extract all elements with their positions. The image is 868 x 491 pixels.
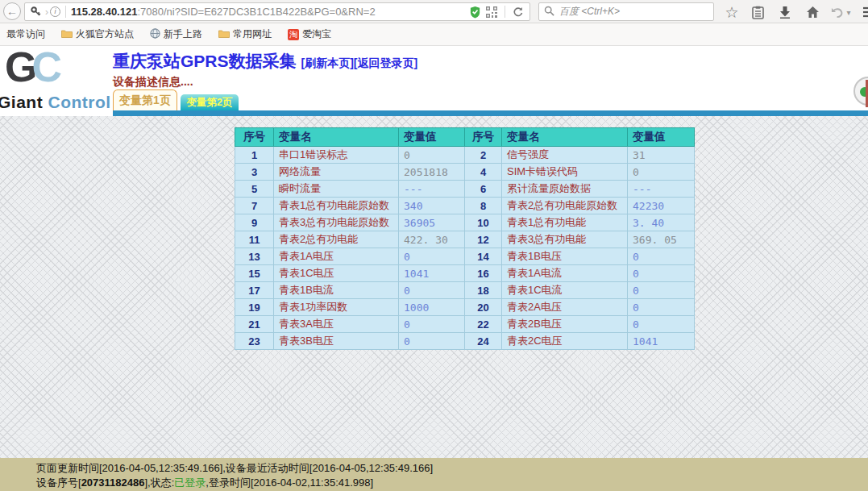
- shield-check-icon[interactable]: [469, 6, 481, 19]
- menu-icon[interactable]: [859, 3, 868, 21]
- cell-variable-value: 2051818: [399, 164, 465, 181]
- device-description: 设备描述信息....: [113, 75, 193, 89]
- cell-variable-name: 青表3总有功电能: [502, 231, 628, 248]
- cell-variable-value: 369. 05: [628, 231, 695, 248]
- cell-seq: 4: [465, 164, 502, 181]
- cell-seq: 5: [235, 181, 274, 198]
- search-placeholder: 百度 <Ctrl+K>: [559, 5, 620, 19]
- cell-variable-value: 0: [399, 333, 465, 350]
- cell-variable-value: 1041: [628, 333, 695, 350]
- cell-variable-value: 0: [628, 248, 695, 265]
- cell-seq: 3: [235, 164, 274, 181]
- cell-variable-name: 青表2A电压: [502, 299, 628, 316]
- cell-variable-name: 青表2总有功电能: [274, 231, 399, 248]
- bookmarks-bar: 最常访问 火狐官方站点 新手上路 常用网址 淘 爱淘宝: [0, 23, 868, 46]
- table-row: 21青表3A电压022青表2B电压0: [235, 316, 695, 333]
- cell-variable-name: 青表1功率因数: [274, 299, 399, 316]
- cell-seq: 7: [235, 198, 274, 214]
- device-serial: 20731182486: [81, 476, 145, 489]
- cell-variable-value: ---: [628, 181, 695, 198]
- folder-icon: [61, 29, 73, 40]
- footer-line1: 页面更新时间[2016-04-05,12:35:49.166],设备最近活动时间…: [36, 461, 868, 476]
- bookmark-firefox-official[interactable]: 火狐官方站点: [61, 27, 134, 41]
- key-icon[interactable]: [31, 6, 41, 17]
- bookmark-most-visited[interactable]: 最常访问: [6, 27, 45, 41]
- bookmark-aitaobao[interactable]: 淘 爱淘宝: [288, 27, 331, 41]
- downloads-icon[interactable]: [775, 3, 795, 21]
- cell-seq: 24: [465, 333, 502, 350]
- table-header-row: 序号 变量名 变量值 序号 变量名 变量值: [235, 128, 695, 147]
- cell-variable-name: 青表1B电流: [274, 282, 399, 299]
- cell-seq: 6: [465, 181, 502, 198]
- cell-variable-name: 青表1总有功电能: [502, 214, 628, 231]
- cell-variable-value: 1041: [399, 265, 465, 282]
- tab-variables-page2[interactable]: 变量第2页: [181, 94, 239, 110]
- cell-variable-name: 青表1C电压: [274, 265, 399, 282]
- footer-line2: 设备序号[20731182486],状态:已登录,登录时间[2016-04-02…: [36, 476, 868, 490]
- cell-seq: 9: [235, 214, 274, 231]
- cell-variable-name: 串口1错误标志: [274, 147, 399, 164]
- cell-seq: 22: [465, 316, 502, 333]
- cell-variable-value: 422. 30: [399, 231, 465, 248]
- table-row: 17青表1B电流018青表1C电流0: [235, 282, 695, 299]
- col-header-seq: 序号: [235, 128, 274, 147]
- bookmark-getting-started[interactable]: 新手上路: [150, 27, 202, 41]
- col-header-seq: 序号: [465, 128, 502, 147]
- cell-variable-name: 青表2总有功电能原始数: [502, 198, 628, 214]
- qr-code-icon[interactable]: [486, 6, 497, 18]
- cell-variable-name: 瞬时流量: [274, 181, 399, 198]
- table-row: 15青表1C电压104116青表1A电流0: [235, 265, 695, 282]
- col-header-value: 变量值: [399, 128, 465, 147]
- cell-seq: 15: [235, 265, 274, 282]
- url-text[interactable]: 115.28.40.121:7080/ni?SID=E627DC3B1C1B42…: [71, 6, 376, 18]
- back-button[interactable]: ←: [3, 2, 21, 20]
- folder-icon: [218, 29, 230, 40]
- globe-icon: [150, 28, 160, 41]
- refresh-page-link[interactable]: [刷新本页]: [301, 56, 354, 69]
- browser-toolbar: ← › i 115.28.40.121:7080/ni?SID=E627DC3B…: [0, 0, 868, 23]
- cell-variable-name: 青表2B电压: [502, 316, 628, 333]
- cell-variable-value: 0: [628, 299, 695, 316]
- bookmark-common-urls[interactable]: 常用网址: [218, 27, 272, 41]
- cell-seq: 16: [465, 265, 502, 282]
- cell-seq: 19: [235, 299, 274, 316]
- reload-icon[interactable]: [513, 6, 524, 18]
- cell-variable-value: 0: [628, 265, 695, 282]
- bookmarks-menu-icon[interactable]: [748, 3, 767, 21]
- bookmark-star-icon[interactable]: ☆: [722, 3, 741, 21]
- cell-variable-name: 青表1总有功电能原始数: [274, 198, 399, 214]
- login-status: 已登录: [174, 476, 206, 489]
- site-header: GC Giant Control 重庆泵站GPRS数据采集[刷新本页][返回登录…: [0, 46, 868, 116]
- table-row: 13青表1A电压014青表1B电压0: [235, 248, 695, 265]
- cell-variable-name: 青表1A电流: [502, 265, 628, 282]
- cell-variable-name: 青表3A电压: [274, 316, 399, 333]
- home-icon[interactable]: [803, 3, 822, 21]
- info-icon[interactable]: i: [50, 6, 60, 17]
- table-row: 1串口1错误标志02信号强度31: [235, 147, 695, 164]
- cell-variable-name: 青表3总有功电能原始数: [274, 214, 399, 231]
- taobao-icon: 淘: [288, 29, 299, 40]
- cell-variable-value: 0: [399, 282, 465, 299]
- cell-variable-value: 0: [628, 282, 695, 299]
- divider: [505, 6, 505, 18]
- logo-wordmark: Giant Control: [0, 93, 111, 112]
- cell-seq: 17: [235, 282, 274, 299]
- cell-seq: 2: [465, 147, 502, 164]
- bookmark-label: 火狐官方站点: [76, 27, 134, 41]
- search-input[interactable]: 百度 <Ctrl+K>: [538, 2, 714, 21]
- cell-seq: 21: [235, 316, 274, 333]
- col-header-name: 变量名: [502, 128, 628, 147]
- page-title: 重庆泵站GPRS数据采集[刷新本页][返回登录页]: [113, 50, 417, 73]
- tab-variables-page1[interactable]: 变量第1页: [113, 89, 177, 110]
- cell-variable-name: 青表1A电压: [274, 248, 399, 265]
- bookmark-label: 爱淘宝: [302, 27, 331, 41]
- cell-variable-value: 3. 40: [628, 214, 695, 231]
- variables-table: 序号 变量名 变量值 序号 变量名 变量值 1串口1错误标志02信号强度313网…: [235, 127, 695, 350]
- chevron-right-icon: ›: [45, 6, 48, 18]
- cell-variable-name: 网络流量: [274, 164, 399, 181]
- table-row: 19青表1功率因数100020青表2A电压0: [235, 299, 695, 316]
- back-to-login-link[interactable]: [返回登录页]: [354, 56, 417, 69]
- dropdown-caret-icon[interactable]: ▾: [843, 3, 854, 21]
- cell-seq: 12: [465, 231, 502, 248]
- address-bar[interactable]: › i 115.28.40.121:7080/ni?SID=E627DC3B1C…: [24, 2, 530, 21]
